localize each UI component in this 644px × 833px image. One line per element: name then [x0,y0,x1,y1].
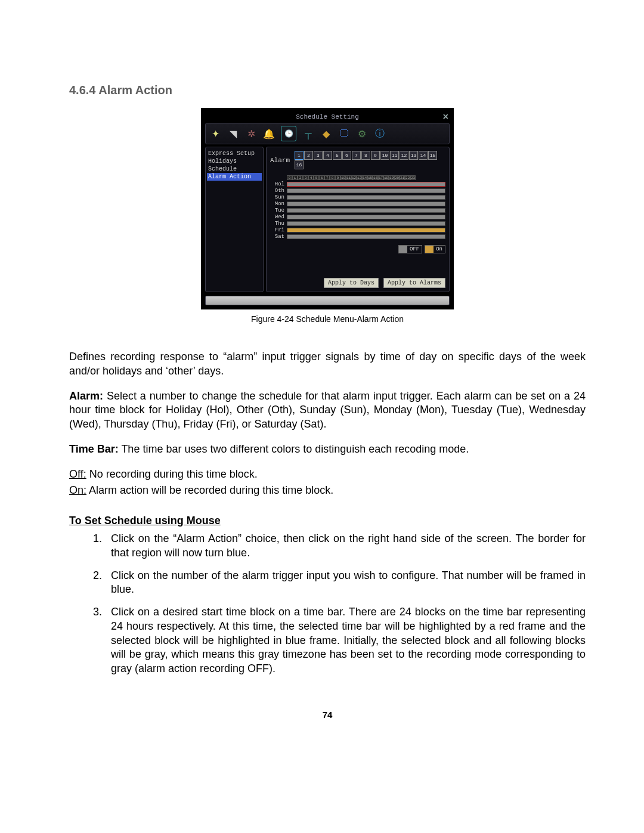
hour-header-cell: 4 [308,175,314,180]
alarm-number[interactable]: 15 [428,151,437,160]
timebar-paragraph: Time Bar: The time bar uses two differen… [69,442,586,457]
day-label: Sun [270,194,284,200]
hour-header-cell: 18 [383,175,389,180]
hour-header-cell: 2 [298,175,303,180]
schedule-screenshot: Schedule Setting × ✦ ◥ ✲ 🔔 🕒 ┬ ◆ 🖵 ⚙ ⓘ E… [201,108,454,309]
hour-header-cell: 7 [324,175,330,180]
legend-on: On [425,245,445,253]
hour-header-cell: 0 [287,175,292,180]
off-underline: Off: [69,468,86,480]
alarm-bold-label: Alarm: [69,390,103,402]
main-panel[interactable]: Alarm 12345678910111213141516 0123456789… [266,147,450,292]
day-timebar[interactable] [287,182,445,187]
day-label: Tue [270,208,284,213]
day-label: Sat [270,234,284,240]
section-heading: 4.6.4 Alarm Action [69,83,586,97]
hour-header-cell: 11 [346,175,351,180]
hour-header-cell: 6 [319,175,324,180]
hour-header-cell: 5 [314,175,319,180]
steps-list: Click on the “Alarm Action” choice, then… [69,532,586,676]
info-icon[interactable]: ⓘ [374,128,386,140]
hour-header-cell: 16 [373,175,378,180]
day-timebar[interactable] [287,195,445,200]
day-label: Hol [270,181,284,187]
day-timebar[interactable] [287,221,445,226]
hour-header-cell: 14 [362,175,367,180]
day-timebar[interactable] [287,208,445,213]
legend: OFF On [270,245,445,253]
sidebar-item[interactable]: Express Setup [207,150,262,157]
day-row: Sun [270,194,445,200]
step-item: Click on a desired start time block on a… [105,605,586,676]
on-line: On: Alarm action will be recorded during… [69,484,586,498]
alarm-number[interactable]: 4 [323,151,332,160]
network-icon[interactable]: ┬ [302,128,314,140]
hour-header-cell: 17 [378,175,383,180]
alarm-paragraph: Alarm: Select a number to change the sch… [69,389,586,432]
wizard-icon[interactable]: ✦ [209,128,221,140]
alarm-number[interactable]: 3 [314,151,323,160]
on-underline: On: [69,484,86,496]
window-footer [205,296,450,305]
subheading: To Set Schedule using Mouse [69,515,586,527]
intro-paragraph: Defines recording response to “alarm” in… [69,350,586,379]
sidebar: Express SetupHolidaysScheduleAlarm Actio… [205,147,264,292]
apply-to-alarms-button[interactable]: Apply to Alarms [383,278,445,288]
apply-to-days-button[interactable]: Apply to Days [324,278,379,288]
disk-icon[interactable]: ◆ [320,128,332,140]
sidebar-item[interactable]: Schedule [207,165,262,173]
figure-caption: Figure 4-24 Schedule Menu-Alarm Action [69,314,586,324]
alarm-number[interactable]: 8 [361,151,370,160]
alarm-number[interactable]: 12 [400,151,408,160]
hour-header-cell: 9 [335,175,340,180]
close-icon[interactable]: × [442,112,448,123]
display-icon[interactable]: 🖵 [338,128,350,140]
day-timebar[interactable] [287,215,445,219]
alarm-number[interactable]: 2 [304,151,313,160]
alarm-number[interactable]: 10 [380,151,389,160]
alarm-icon[interactable]: 🔔 [263,128,275,140]
hour-header-cell: 3 [303,175,308,180]
day-timebar[interactable] [287,228,445,233]
day-row: Tue [270,208,445,213]
window-title: Schedule Setting [296,113,359,120]
step-item: Click on the “Alarm Action” choice, then… [105,532,586,561]
day-row: Oth [270,188,445,194]
day-label: Oth [270,188,284,194]
camera-icon[interactable]: ◥ [227,128,239,140]
timebar-bold-label: Time Bar: [69,443,119,455]
day-row: Mon [270,201,445,207]
hour-header-cell: 12 [351,175,357,180]
alarm-number[interactable]: 7 [352,151,361,160]
hour-header-cell: 1 [292,175,298,180]
alarm-number[interactable]: 5 [333,151,342,160]
hour-header-cell: 10 [340,175,346,180]
day-label: Thu [270,221,284,227]
alarm-number[interactable]: 16 [295,160,304,169]
schedule-icon[interactable]: 🕒 [281,126,296,141]
alarm-number[interactable]: 6 [342,151,351,160]
hour-header-cell: 8 [330,175,335,180]
day-row: Hol [270,181,445,187]
sidebar-item[interactable]: Alarm Action [207,173,262,181]
alarm-number[interactable]: 13 [409,151,418,160]
day-timebar[interactable] [287,188,445,193]
toolbar: ✦ ◥ ✲ 🔔 🕒 ┬ ◆ 🖵 ⚙ ⓘ [205,123,450,144]
alarm-number[interactable]: 11 [390,151,399,160]
alarm-number[interactable]: 1 [295,151,304,160]
day-row: Wed [270,214,445,220]
step-item: Click on the number of the alarm trigger… [105,569,586,597]
record-icon[interactable]: ✲ [245,128,257,140]
day-timebar[interactable] [287,202,445,206]
hour-header-cell: 13 [357,175,362,180]
hour-header-cell: 23 [410,175,416,180]
alarm-number[interactable]: 9 [371,151,380,160]
alarm-number[interactable]: 14 [419,151,428,160]
day-row: Sat [270,234,445,240]
sidebar-item[interactable]: Holidays [207,157,262,165]
system-icon[interactable]: ⚙ [356,128,368,140]
legend-off: OFF [398,245,422,253]
day-label: Fri [270,227,284,233]
off-line: Off: No recording during this time block… [69,467,586,482]
day-timebar[interactable] [287,234,445,239]
